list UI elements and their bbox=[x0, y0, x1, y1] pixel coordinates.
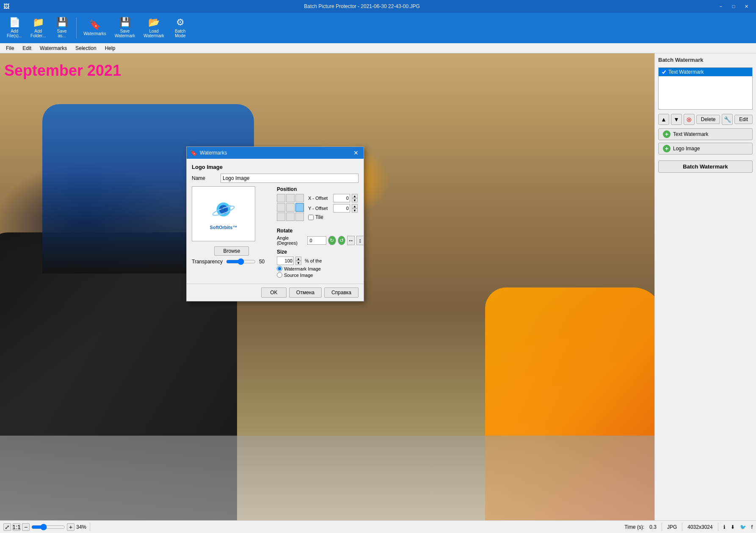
y-offset-input[interactable] bbox=[333, 204, 350, 213]
status-sep-3 bbox=[682, 523, 682, 531]
radio-watermark[interactable] bbox=[277, 266, 282, 271]
menu-file[interactable]: File bbox=[2, 44, 18, 52]
save-watermark-icon: 💾 bbox=[119, 18, 131, 27]
delete-btn[interactable]: Delete bbox=[696, 115, 720, 124]
menu-help[interactable]: Help bbox=[101, 44, 120, 52]
pos-bl[interactable] bbox=[277, 213, 285, 221]
add-files-btn[interactable]: 📄 Add File(s)... bbox=[3, 15, 25, 41]
transparency-slider[interactable] bbox=[226, 258, 256, 265]
wm-list-item-text[interactable]: Text Watermark bbox=[659, 68, 752, 76]
save-watermark-btn[interactable]: 💾 Save Watermark bbox=[111, 15, 139, 41]
size-input[interactable] bbox=[277, 257, 294, 265]
radio-watermark-row: Watermark Image bbox=[277, 266, 364, 271]
minimize-btn[interactable]: − bbox=[715, 2, 727, 11]
x-spinners: ▲ ▼ bbox=[352, 194, 358, 202]
dialog-titlebar: 🔖 Watermarks ✕ bbox=[187, 147, 364, 159]
pos-mr[interactable] bbox=[295, 203, 304, 212]
move-up-btn[interactable]: ▲ bbox=[658, 114, 669, 125]
radio-watermark-label: Watermark Image bbox=[284, 266, 321, 271]
size-spin-down[interactable]: ▼ bbox=[295, 261, 301, 265]
browse-btn[interactable]: Browse bbox=[214, 246, 249, 256]
tile-label: Tile bbox=[315, 214, 323, 220]
y-spin-down[interactable]: ▼ bbox=[352, 208, 358, 213]
share-icon[interactable]: 🐦 bbox=[740, 524, 746, 530]
help-btn[interactable]: Справка bbox=[324, 287, 359, 298]
angle-input[interactable] bbox=[307, 236, 326, 245]
softorbits-brand: SoftOrbits™ bbox=[210, 225, 237, 230]
pos-tc[interactable] bbox=[286, 194, 295, 202]
menu-selection[interactable]: Selection bbox=[71, 44, 100, 52]
offset-group: X - Offset ▲ ▼ Y - bbox=[308, 194, 358, 224]
transparency-value: 50 bbox=[259, 259, 272, 265]
menu-watermarks[interactable]: Watermarks bbox=[36, 44, 71, 52]
restore-btn[interactable]: □ bbox=[727, 2, 740, 11]
edit-icon-btn[interactable]: 🔧 bbox=[722, 114, 733, 125]
y-spin-up[interactable]: ▲ bbox=[352, 204, 358, 208]
facebook-icon[interactable]: f bbox=[751, 524, 753, 530]
window-controls: − □ ✕ bbox=[715, 2, 753, 11]
zoom-out-btn[interactable]: − bbox=[22, 523, 30, 531]
batch-mode-btn[interactable]: ⚙ Batch Mode bbox=[169, 15, 191, 41]
rotate-row: Angle (Degrees) ↻ ↺ ↔ ↕ bbox=[277, 235, 364, 246]
delete-circle-btn[interactable]: ⊗ bbox=[684, 114, 695, 125]
rotate-ccw-btn[interactable]: ↺ bbox=[338, 236, 345, 245]
name-row: Name bbox=[192, 174, 359, 183]
toolbar: 📄 Add File(s)... 📁 Add Folder... 💾 Save … bbox=[0, 13, 756, 43]
zoom-slider[interactable] bbox=[31, 524, 65, 530]
x-spin-up[interactable]: ▲ bbox=[352, 194, 358, 198]
add-folder-btn[interactable]: 📁 Add Folder... bbox=[27, 15, 49, 41]
add-text-wm-btn[interactable]: + Text Watermark bbox=[658, 128, 753, 140]
zoom-actual-btn[interactable]: 1:1 bbox=[13, 523, 20, 531]
dialog-close-btn[interactable]: ✕ bbox=[352, 149, 360, 157]
ok-btn[interactable]: OK bbox=[261, 287, 287, 298]
right-panel: Batch Watermark Text Watermark ▲ ▼ ⊗ Del… bbox=[654, 53, 756, 520]
x-offset-row: X - Offset ▲ ▼ bbox=[308, 194, 358, 202]
flip-h-btn[interactable]: ↔ bbox=[347, 236, 355, 245]
batch-watermark-btn[interactable]: Batch Watermark bbox=[658, 160, 753, 173]
pos-mc[interactable] bbox=[286, 203, 295, 212]
svg-point-5 bbox=[224, 210, 226, 211]
tile-row: Tile bbox=[308, 214, 358, 220]
dialog-icon: 🔖 bbox=[190, 149, 197, 156]
pos-ml[interactable] bbox=[277, 203, 285, 212]
menu-edit[interactable]: Edit bbox=[18, 44, 36, 52]
watermarks-btn[interactable]: 🔖 Watermarks bbox=[80, 15, 110, 41]
zoom-controls: ⤢ 1:1 − + 34% bbox=[3, 523, 86, 531]
zoom-fit-btn[interactable]: ⤢ bbox=[3, 523, 11, 531]
watermarks-dialog: 🔖 Watermarks ✕ Logo Image Name bbox=[186, 146, 364, 301]
add-text-wm-label: Text Watermark bbox=[673, 131, 709, 137]
size-spin-up[interactable]: ▲ bbox=[295, 257, 301, 261]
cancel-btn[interactable]: Отмена bbox=[289, 287, 322, 298]
tile-checkbox[interactable] bbox=[308, 215, 314, 220]
size-spinners: ▲ ▼ bbox=[295, 257, 301, 265]
pos-tl[interactable] bbox=[277, 194, 285, 202]
x-offset-label: X - Offset bbox=[308, 196, 331, 201]
text-wm-checkbox[interactable] bbox=[661, 69, 667, 75]
x-offset-input[interactable] bbox=[333, 194, 350, 202]
load-watermark-icon: 📂 bbox=[148, 18, 160, 27]
close-btn[interactable]: ✕ bbox=[740, 2, 753, 11]
rotate-section: Rotate Angle (Degrees) ↻ ↺ ↔ ↕ bbox=[277, 228, 364, 246]
rotate-title: Rotate bbox=[277, 228, 364, 234]
load-watermark-btn[interactable]: 📂 Load Watermark bbox=[140, 15, 168, 41]
status-right: Time (s): 0.3 JPG 4032x3024 ℹ ⬇ 🐦 f bbox=[624, 523, 753, 531]
app-title: Batch Picture Protector - 2021-06-30 22-… bbox=[9, 3, 715, 9]
info-icon[interactable]: ℹ bbox=[723, 524, 726, 530]
flip-v-btn[interactable]: ↕ bbox=[356, 236, 364, 245]
download-icon[interactable]: ⬇ bbox=[731, 524, 735, 530]
menubar: File Edit Watermarks Selection Help bbox=[0, 43, 756, 53]
rotate-cw-btn[interactable]: ↻ bbox=[328, 236, 336, 245]
delete-circle-icon: ⊗ bbox=[686, 116, 692, 124]
zoom-in-btn[interactable]: + bbox=[67, 523, 74, 531]
edit-btn[interactable]: Edit bbox=[734, 115, 753, 124]
main-area: September 2021 🔖 Watermarks ✕ Logo Image… bbox=[0, 53, 756, 520]
pos-tr[interactable] bbox=[295, 194, 304, 202]
radio-source[interactable] bbox=[277, 272, 282, 278]
save-as-btn[interactable]: 💾 Save as... bbox=[51, 15, 73, 41]
move-down-btn[interactable]: ▼ bbox=[671, 114, 682, 125]
pos-br[interactable] bbox=[295, 213, 304, 221]
x-spin-down[interactable]: ▼ bbox=[352, 198, 358, 202]
name-input[interactable] bbox=[221, 174, 359, 183]
pos-bc[interactable] bbox=[286, 213, 295, 221]
add-logo-btn[interactable]: + Logo Image bbox=[658, 143, 753, 155]
